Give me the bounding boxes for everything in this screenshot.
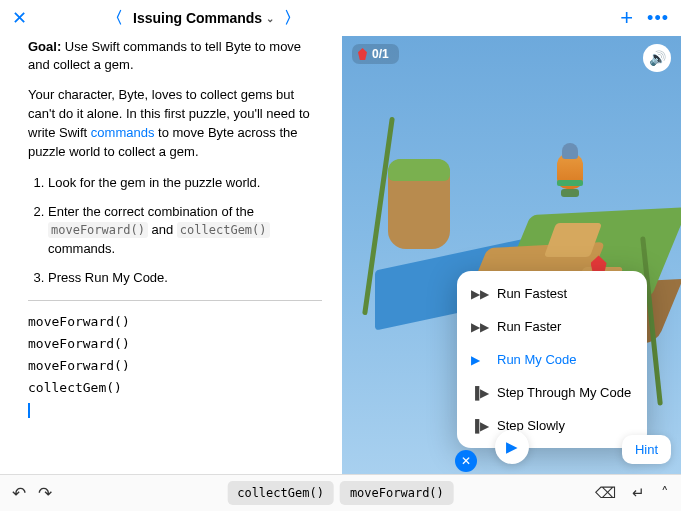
- inline-code: moveForward(): [48, 222, 148, 238]
- sound-button[interactable]: 🔊: [643, 44, 671, 72]
- play-button[interactable]: ▶: [495, 430, 529, 464]
- add-icon[interactable]: +: [620, 5, 633, 31]
- menu-item-step-slowly[interactable]: ▐▶Step Slowly: [457, 409, 647, 442]
- redo-button[interactable]: ↷: [38, 483, 52, 504]
- chapter-title-button[interactable]: Issuing Commands ⌄: [133, 10, 274, 26]
- top-toolbar: ✕ 〈 Issuing Commands ⌄ 〉 + •••: [0, 0, 681, 36]
- code-line: collectGem(): [28, 377, 322, 399]
- menu-item-run-fastest[interactable]: ▶▶Run Fastest: [457, 277, 647, 310]
- suggestion-chip[interactable]: moveForward(): [340, 481, 454, 505]
- text-cursor: [28, 403, 30, 418]
- close-icon[interactable]: ✕: [12, 7, 27, 29]
- fast-forward-icon: ▶▶: [471, 320, 487, 334]
- step-item: Look for the gem in the puzzle world.: [48, 174, 322, 193]
- chapter-title-label: Issuing Commands: [133, 10, 262, 26]
- code-editor[interactable]: moveForward() moveForward() moveForward(…: [28, 311, 322, 421]
- chevron-down-icon: ⌄: [266, 13, 274, 24]
- description-text: Your character, Byte, loves to collect g…: [28, 86, 322, 161]
- chevron-right-icon[interactable]: 〉: [284, 8, 300, 29]
- code-line: moveForward(): [28, 355, 322, 377]
- bottom-toolbar: ↶ ↷ collectGem() moveForward() ⌫ ↵ ˄: [0, 474, 681, 511]
- return-icon[interactable]: ↵: [632, 484, 645, 502]
- divider: [28, 300, 322, 301]
- instruction-panel: Goal: Use Swift commands to tell Byte to…: [0, 36, 342, 474]
- code-suggestions: collectGem() moveForward(): [227, 481, 454, 505]
- commands-link[interactable]: commands: [91, 125, 155, 140]
- close-menu-button[interactable]: ✕: [455, 450, 477, 472]
- step-icon: ▐▶: [471, 419, 487, 433]
- gem-icon: [358, 48, 367, 60]
- goal-label: Goal:: [28, 39, 61, 54]
- more-icon[interactable]: •••: [647, 8, 669, 29]
- goal-text: Goal: Use Swift commands to tell Byte to…: [28, 38, 322, 74]
- gem-count-label: 0/1: [372, 47, 389, 61]
- play-icon: ▶: [506, 438, 518, 456]
- fast-forward-icon: ▶▶: [471, 287, 487, 301]
- step-icon: ▐▶: [471, 386, 487, 400]
- undo-button[interactable]: ↶: [12, 483, 26, 504]
- step-item: Press Run My Code.: [48, 269, 322, 288]
- menu-item-run-my-code[interactable]: ▶Run My Code: [457, 343, 647, 376]
- run-speed-menu: ▶▶Run Fastest ▶▶Run Faster ▶Run My Code …: [457, 271, 647, 448]
- play-icon: ▶: [471, 353, 487, 367]
- chapter-nav: 〈 Issuing Commands ⌄ 〉: [107, 8, 300, 29]
- menu-item-step-through[interactable]: ▐▶Step Through My Code: [457, 376, 647, 409]
- hint-button[interactable]: Hint: [622, 435, 671, 464]
- code-line: moveForward(): [28, 333, 322, 355]
- delete-icon[interactable]: ⌫: [595, 484, 616, 502]
- inline-code: collectGem(): [177, 222, 270, 238]
- suggestion-chip[interactable]: collectGem(): [227, 481, 334, 505]
- close-icon: ✕: [461, 454, 471, 468]
- speaker-icon: 🔊: [649, 50, 666, 66]
- step-list: Look for the gem in the puzzle world. En…: [28, 174, 322, 288]
- puzzle-world[interactable]: 0/1 🔊 ▶▶Run Fastest ▶▶Run Faster ▶Run My…: [342, 36, 681, 474]
- chevron-left-icon[interactable]: 〈: [107, 8, 123, 29]
- keyboard-toggle-icon[interactable]: ˄: [661, 484, 669, 502]
- gem-counter: 0/1: [352, 44, 399, 64]
- menu-item-run-faster[interactable]: ▶▶Run Faster: [457, 310, 647, 343]
- byte-character: [555, 143, 585, 199]
- code-line: moveForward(): [28, 311, 322, 333]
- step-item: Enter the correct combination of the mov…: [48, 203, 322, 260]
